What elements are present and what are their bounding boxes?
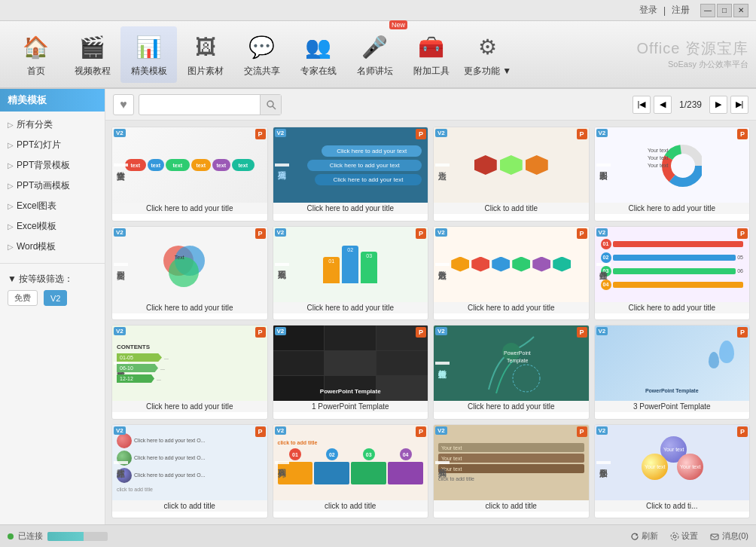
template-item-16[interactable]: 圆形叠加 Your text Your text Your text V2 P … [594,424,751,519]
template-item-7[interactable]: 分散六边形 V2 P Click here to add your ti [433,226,590,321]
template-item-10[interactable]: 黑白窗格 PowerPoin [273,325,429,420]
sidebar-item-ppt-slide[interactable]: ▷ PPT幻灯片 [0,135,105,155]
template-preview-2: 三项排列 Click here to add your text Click h… [273,127,428,203]
sidebar-item-ppt-anim[interactable]: ▷ PPT动画模板 [0,176,105,196]
sidebar-item-excel-tpl[interactable]: ▷ Excel模板 [0,216,105,237]
template-item-15[interactable]: 三项并列 Your text Your text Your text click… [433,424,590,519]
template-item-6[interactable]: 三项不规则 01 02 03 V2 P Click here to add yo… [273,226,429,321]
brand-area: Office 资源宝库 SoEasy 办公效率平台 [637,38,748,70]
status-progress-bar [47,532,108,541]
maximize-button[interactable]: □ [717,4,732,17]
template-item-1[interactable]: 交错文字方块 text text text text text text V2 … [111,127,268,222]
filter-section: ▼ 按等级筛选： 免费 V2 [0,267,105,312]
sidebar-item-ppt-bg[interactable]: ▷ PPT背景模板 [0,155,105,176]
svg-text:Your text: Your text [648,155,668,160]
filter-free[interactable]: 免费 [8,290,38,306]
sidebar-item-word-tpl[interactable]: ▷ Word模板 [0,237,105,257]
template-title-6: Click here to add your title [273,302,428,313]
p-badge: P [737,327,748,338]
nav-home-label: 首页 [27,65,45,78]
v2-badge: V2 [275,228,287,237]
nav-addon[interactable]: 🧰 附加工具 [403,26,459,83]
separator: | [663,5,666,16]
template-item-9[interactable]: 三项箭头目录 CONTENTS 01-05 ... 06-10 ... [111,325,268,420]
template-title-1: Click here to add your title [112,203,267,214]
connection-indicator [8,533,14,539]
nav-forum[interactable]: 🎤 名师讲坛 [346,26,403,83]
p-badge: P [416,327,426,338]
last-page-button[interactable]: ▶| [730,96,748,114]
template-title-3: Click to add title [434,203,589,214]
p-badge: P [255,228,266,239]
template-item-4[interactable]: 圆形图表 Your text Your text Your text V2 P [594,127,751,222]
share-icon: 💬 [246,32,278,63]
donut-chart: Your text Your text Your text [642,137,702,194]
minimize-button[interactable]: — [700,4,715,17]
login-link[interactable]: 登录 [639,4,657,17]
expand-icon: ▷ [8,141,14,149]
refresh-button[interactable]: 刷新 [630,530,658,542]
p-badge: P [737,129,748,139]
template-title-8: Click here to add your title [595,302,750,313]
sidebar-item-all[interactable]: ▷ 所有分类 [0,115,105,135]
nav-video[interactable]: 🎬 视频教程 [64,26,120,83]
v2-badge: V2 [114,426,126,435]
template-item-13[interactable]: 立体圆球 Click here to add your text O... Cl… [111,424,268,519]
sidebar-categories: ▷ 所有分类 ▷ PPT幻灯片 ▷ PPT背景模板 ▷ PPT动画模板 ▷ Ex… [0,112,105,260]
template-preview-13: 立体圆球 Click here to add your text O... Cl… [112,425,267,500]
expand-icon: ▷ [8,121,14,129]
nav-home[interactable]: 🏠 首页 [8,26,64,83]
template-item-3[interactable]: 六边形 V2 P Click to add title [433,127,590,222]
template-item-5[interactable]: 相交圆形 Text V2 P Click here to add your ti… [111,226,268,321]
template-title-4: Click here to add your title [595,203,750,214]
template-item-12[interactable]: 3D小人飞行 PowerPoint Template V2 P 3 PowerP… [594,325,751,420]
nav-template[interactable]: 📊 精美模板 [120,26,177,83]
v2-badge: V2 [114,228,126,237]
expand-icon: ▷ [8,222,14,231]
refresh-icon [630,532,639,541]
template-title-14: click to add title [273,500,428,512]
template-title-9: Click here to add your title [112,401,267,412]
svg-text:PowerPoint: PowerPoint [504,350,531,356]
sidebar: 精美模板 ▷ 所有分类 ▷ PPT幻灯片 ▷ PPT背景模板 ▷ PPT动画模板… [0,89,105,524]
settings-button[interactable]: 设置 [670,530,698,542]
first-page-button[interactable]: |◀ [633,96,651,114]
register-link[interactable]: 注册 [672,4,690,17]
template-item-11[interactable]: 树藤缠绕生长 PowerPoint Template V2 P Click [433,325,590,420]
nav-image-label: 图片素材 [187,65,224,78]
template-preview-7: 分散六边形 V2 P [434,227,589,302]
status-left: 已连接 [8,530,108,542]
svg-point-12 [513,365,540,392]
sidebar-item-excel-chart[interactable]: ▷ Excel图表 [0,196,105,216]
search-button[interactable] [260,95,281,115]
top-bar: 登录 | 注册 — □ ✕ [0,0,756,21]
template-title-16: Click to add ti... [595,500,750,512]
template-item-2[interactable]: 三项排列 Click here to add your text Click h… [273,127,429,222]
v2-badge: V2 [435,426,447,435]
template-item-8[interactable]: 卷曲丝带 01 02 05 [594,226,751,321]
template-title-11: Click here to add your title [434,401,589,412]
expert-icon: 👥 [303,32,334,63]
template-item-14[interactable]: 四项并列 click to add title 01 02 [273,424,429,519]
template-preview-15: 三项并列 Your text Your text Your text click… [434,425,589,500]
template-preview-11: 树藤缠绕生长 PowerPoint Template V2 P [434,325,589,401]
messages-button[interactable]: 消息(0) [710,530,748,542]
nav-more[interactable]: ⚙ 更多功能 ▼ [459,26,516,83]
search-input[interactable] [139,99,260,110]
svg-text:Your text: Your text [648,148,668,153]
template-title-5: Click here to add your title [112,302,267,313]
v2-badge: V2 [596,426,608,435]
nav-share[interactable]: 💬 交流共享 [233,26,290,83]
close-button[interactable]: ✕ [733,4,748,17]
next-page-button[interactable]: ▶ [709,96,727,114]
template-title-10: 1 PowerPoint Template [273,401,428,412]
filter-v2[interactable]: V2 [44,290,67,306]
prev-page-button[interactable]: ◀ [654,96,672,114]
template-preview-3: 六边形 V2 P [434,127,589,203]
nav-image[interactable]: 🖼 图片素材 [177,26,233,83]
favorite-button[interactable]: ♥ [113,94,134,115]
nav-expert[interactable]: 👥 专家在线 [290,26,346,83]
expand-icon: ▷ [8,182,14,190]
nav-expert-label: 专家在线 [300,65,337,78]
addon-icon: 🧰 [416,32,447,63]
